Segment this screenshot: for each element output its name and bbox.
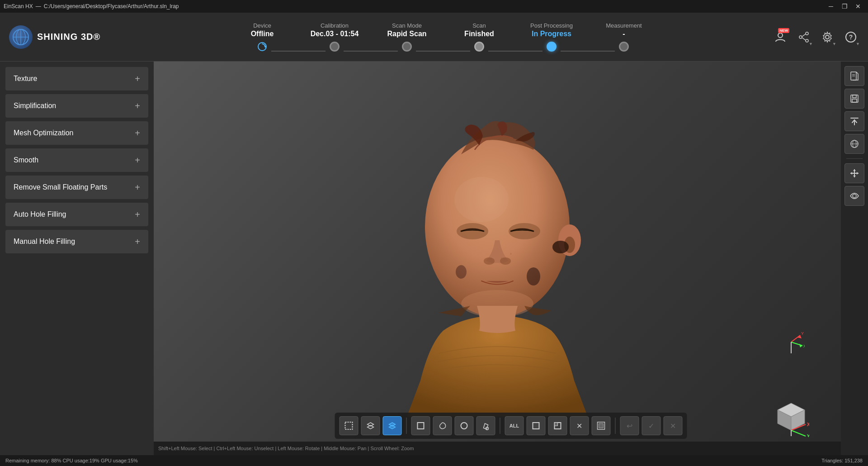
svg-rect-50 [852,99,857,102]
pipeline-dot-device[interactable] [257,42,267,52]
circle-select-button[interactable] [455,416,474,435]
svg-line-11 [802,38,806,40]
pipeline-dot-postprocessing[interactable] [547,42,557,52]
delete-button[interactable]: ✕ [570,416,589,435]
maximize-button[interactable]: ❐ [838,2,851,11]
select-active-button[interactable] [383,416,402,435]
remove-floating-header[interactable]: Remove Small Floating Parts + [5,176,148,199]
remove-floating-title: Remove Small Floating Parts [14,183,107,191]
close-button[interactable]: ✕ [852,2,864,11]
sidebar-section-texture: Texture + [5,67,148,90]
mesh-opt-header[interactable]: Mesh Optimization + [5,121,148,145]
toolbar-sep-2 [500,418,500,434]
lasso-select-button[interactable] [433,416,452,435]
bottom-toolbar: ALL ✕ ↩ ✓ ✕ [335,413,687,439]
svg-point-18 [484,257,495,265]
title-bar: EinScan HX — C:/Users/general/Desktop/Fl… [0,0,868,13]
save-button[interactable] [844,89,864,109]
share-button[interactable]: ▼ [794,27,814,47]
pipeline-step-postprocessing: Post Processing In Progress [515,22,588,52]
svg-line-38 [791,335,800,342]
texture-expand-icon: + [135,74,140,83]
svg-point-69 [461,423,467,429]
pipeline-dot-scan[interactable] [474,42,484,52]
visible-select-button[interactable] [548,416,567,435]
hint-bar: Shift+Left Mouse: Select | Ctrl+Left Mou… [154,442,841,455]
auto-hole-header[interactable]: Auto Hole Filling + [5,203,148,226]
export-button[interactable] [844,111,864,131]
smooth-expand-icon: + [135,156,140,165]
pipeline-step-device: Device Offline [226,22,298,52]
move-button[interactable] [844,163,864,183]
paint-select-button[interactable] [476,416,495,435]
title-separator: — [36,3,41,10]
sidebar-section-manual-hole: Manual Hole Filling + [5,230,148,253]
avatar-button[interactable]: NEW [770,27,790,47]
simplification-header[interactable]: Simplification + [5,94,148,118]
pipeline-step-scan: Scan Finished [443,22,515,52]
svg-point-9 [799,36,802,38]
smooth-header[interactable]: Smooth + [5,148,148,172]
file-button[interactable] [844,66,864,86]
svg-marker-60 [850,172,852,175]
svg-point-8 [806,39,808,42]
view-button[interactable] [844,186,864,206]
svg-rect-63 [345,422,353,429]
svg-line-35 [791,430,806,436]
pipeline-dot-scanmode[interactable] [402,42,412,52]
axis-indicator: Y X [778,328,805,356]
pipeline-step-measurement: Measurement - [588,22,660,52]
pipeline-label-meas-bottom: - [623,30,625,38]
status-bar: Remaining memory: 88% CPU usage:19% GPU … [0,455,868,466]
toolbar-sep-3 [615,418,616,434]
logo-icon [9,25,33,49]
sidebar-section-simplification: Simplification + [5,94,148,118]
new-badge: NEW [778,28,789,33]
layers-button[interactable] [361,416,380,435]
app-title: EinScan HX [4,3,33,10]
cube-3d-widget[interactable]: X Y [773,401,809,437]
select-box-button[interactable] [340,416,359,435]
minimize-button[interactable]: ─ [825,2,837,11]
svg-point-7 [806,32,808,35]
deselect-button[interactable] [527,416,546,435]
svg-point-12 [826,35,829,39]
pipeline-label-cal-top: Calibration [321,22,349,29]
pipeline-label-pp-top: Post Processing [530,22,573,29]
undo-button[interactable]: ↩ [620,416,639,435]
texture-header[interactable]: Texture + [5,67,148,90]
svg-point-29 [510,253,512,255]
window-controls: ─ ❐ ✕ [825,2,864,11]
sidebar-section-auto-hole: Auto Hole Filling + [5,203,148,226]
svg-rect-75 [599,423,604,428]
svg-point-25 [456,265,467,279]
sidebar: Texture + Simplification + Mesh Optimiza… [0,62,154,455]
confirm-button[interactable]: ✓ [642,416,661,435]
manual-hole-header[interactable]: Manual Hole Filling + [5,230,148,253]
select-all-button[interactable]: ALL [505,416,524,435]
svg-rect-68 [418,423,424,429]
logo-text: SHINING 3D® [37,32,100,42]
cancel-button[interactable]: ✕ [664,416,683,435]
settings-button[interactable]: ▼ [817,27,837,47]
rect-select-button[interactable] [411,416,430,435]
svg-text:X: X [807,422,809,427]
mesh-opt-expand-icon: + [135,128,140,138]
svg-text:Y: Y [807,434,809,437]
status-right: Triangles: 151,238 [821,458,863,463]
simplification-title: Simplification [14,102,56,110]
svg-marker-61 [857,172,859,175]
pipeline: Device Offline Calibration Dec.03 - 01:5… [118,22,769,52]
svg-marker-59 [853,176,856,177]
pipeline-label-sm-top: Scan Mode [392,22,422,29]
isolate-button[interactable] [592,416,611,435]
auto-hole-title: Auto Hole Filling [14,210,66,219]
viewport-3d[interactable]: X Y Y X [154,62,841,455]
svg-point-6 [778,33,783,38]
manual-hole-expand-icon: + [135,237,140,246]
help-button[interactable]: ? ▼ [841,27,861,47]
pipeline-dot-calibration[interactable] [330,42,340,52]
mesh-opt-title: Mesh Optimization [14,129,74,137]
mesh-view-button[interactable] [844,134,864,154]
pipeline-dot-measurement[interactable] [619,42,629,52]
